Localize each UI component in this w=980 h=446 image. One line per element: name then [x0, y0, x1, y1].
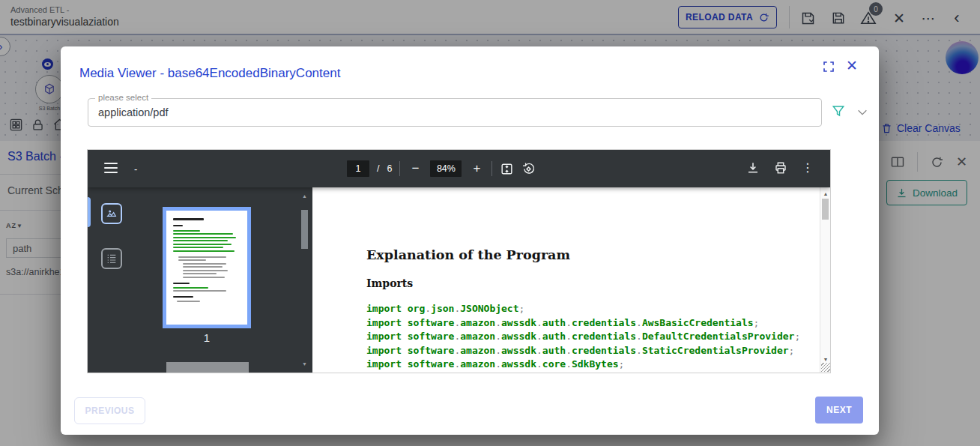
zoom-in-button[interactable]: +	[469, 161, 484, 176]
previous-button[interactable]: PREVIOUS	[74, 397, 145, 424]
scroll-down-icon[interactable]: ▼	[820, 357, 830, 362]
modal-title: Media Viewer - base64EncodedBinaryConten…	[79, 66, 340, 81]
page-1-thumbnail[interactable]	[163, 207, 251, 328]
scroll-down-icon[interactable]: ▼	[300, 361, 309, 367]
media-viewer-modal: Media Viewer - base64EncodedBinaryConten…	[61, 46, 879, 435]
pdf-toolbar: - 1 / 6 − 84% + ⋮	[88, 150, 830, 187]
scroll-up-icon[interactable]: ▲	[820, 191, 830, 196]
code-block: import org.json.JSONObject;import softwa…	[366, 302, 816, 372]
fullscreen-icon[interactable]	[822, 60, 835, 73]
pdf-page-content: Explanation of the Program Imports impor…	[312, 187, 830, 373]
outline-tab-icon[interactable]	[101, 248, 122, 269]
pdf-subheading: Imports	[366, 277, 816, 289]
pdf-heading: Explanation of the Program	[366, 247, 816, 262]
thumbnail-page-number: 1	[163, 331, 251, 344]
page-2-thumbnail-partial[interactable]	[166, 362, 249, 373]
pdf-download-icon[interactable]	[746, 161, 760, 175]
modal-close-icon[interactable]: ✕	[843, 56, 861, 74]
thumbnails-tab-icon[interactable]	[101, 203, 122, 224]
next-button[interactable]: NEXT	[815, 397, 863, 424]
scroll-up-icon[interactable]: ▲	[300, 193, 309, 199]
chevron-down-icon[interactable]	[856, 108, 868, 117]
menu-icon[interactable]	[104, 163, 118, 173]
print-icon[interactable]	[774, 161, 787, 175]
page-total: 6	[387, 163, 392, 174]
resize-corner	[821, 363, 830, 372]
fit-page-icon[interactable]	[500, 162, 514, 176]
kebab-menu-icon[interactable]: ⋮	[802, 162, 814, 174]
pdf-body: 1 ▲ ▼ Explanation of the Program Imports…	[88, 187, 830, 373]
page-number-input[interactable]: 1	[347, 160, 369, 177]
zoom-out-button[interactable]: −	[408, 161, 423, 176]
scrollbar-thumb[interactable]	[822, 199, 829, 220]
page-divider: /	[377, 163, 379, 174]
divider	[399, 161, 400, 176]
filter-icon[interactable]	[832, 103, 845, 118]
rotate-icon[interactable]	[521, 162, 536, 176]
scrollbar-thumb[interactable]	[301, 210, 308, 249]
pdf-sidebar: 1 ▲ ▼	[88, 187, 312, 373]
zoom-level[interactable]: 84%	[430, 160, 462, 177]
pdf-page-controls: 1 / 6 − 84% +	[347, 160, 536, 177]
select-floating-label: please select	[95, 93, 151, 102]
pdf-toolbar-right: ⋮	[746, 161, 814, 175]
sidebar-scrollbar[interactable]: ▲ ▼	[300, 187, 309, 373]
pdf-viewer: - 1 / 6 − 84% + ⋮	[88, 150, 830, 373]
select-value: application/pdf	[98, 106, 169, 118]
pdf-doc-title: -	[134, 163, 137, 175]
mime-type-select[interactable]	[88, 98, 822, 127]
app-screen: Advanced ETL - testbinaryvisualaziation …	[0, 0, 980, 446]
content-scrollbar[interactable]: ▲ ▼	[820, 187, 830, 373]
selected-tab-indicator	[88, 197, 91, 227]
divider	[491, 161, 492, 176]
